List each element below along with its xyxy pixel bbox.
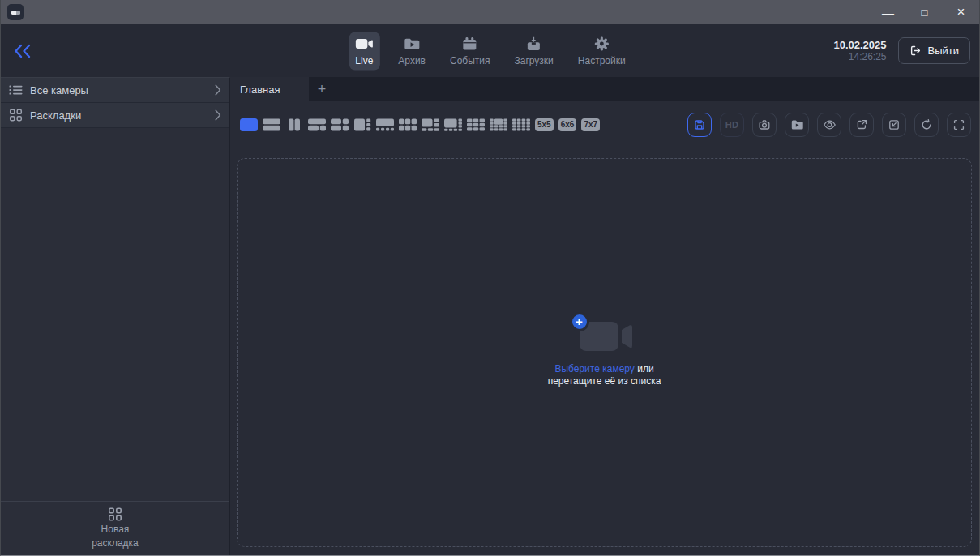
layout-option-3x2[interactable] [399,118,417,131]
nav-live[interactable]: Live [349,32,379,70]
chevron-right-icon [215,84,221,96]
layout-option-3x3[interactable] [467,118,485,131]
title-bar: — □ × [1,0,979,24]
layout-option-1-plus-5[interactable] [422,118,439,131]
select-camera-link[interactable]: Выберите камеру [554,363,634,374]
sidebar: Все камеры Раскладки [1,77,230,555]
time-label: 14:26:25 [833,51,886,63]
layouts-grid-icon [9,109,23,122]
refresh-button[interactable] [914,113,939,137]
maximize-button[interactable]: □ [906,0,943,24]
nav-live-label: Live [355,54,373,66]
empty-state: + Выберите камеру или перетащите её из с… [548,319,661,387]
nav-archive[interactable]: Архив [392,32,431,70]
collapse-sidebar-button[interactable] [13,41,37,62]
sidebar-item-layouts[interactable]: Раскладки [1,103,229,128]
toolbar: 5x5 6x6 7x7 HD [230,101,979,148]
main-panel: Главная + [230,77,979,555]
layout-option-2-horizontal[interactable] [263,118,280,131]
chevron-right-icon [215,109,221,121]
sidebar-layouts-label: Раскладки [30,109,208,122]
open-archive-button[interactable] [785,113,809,137]
viewport: + Выберите камеру или перетащите её из с… [230,148,979,555]
layout-option-1[interactable] [240,118,258,131]
save-icon [693,118,706,131]
sidebar-all-cameras-label: Все камеры [30,84,208,96]
new-layout-label-line2: раскладка [92,537,139,549]
layouts-grid-icon [108,507,122,521]
app-window: — □ × Live [0,0,980,556]
video-camera-placeholder-icon: + [570,319,640,356]
new-layout-label-line1: Новая [101,524,130,535]
view-actions: HD [687,113,971,137]
fullscreen-icon [952,118,965,131]
hd-label: HD [725,120,739,130]
fullscreen-button[interactable] [947,113,971,137]
layout-option-1-plus-4[interactable] [376,118,394,131]
save-layout-button[interactable] [687,113,712,137]
calendar-icon [461,36,478,51]
add-camera-button[interactable]: + [570,312,589,331]
collapse-view-button[interactable] [882,113,906,137]
camera-list-icon [9,83,23,96]
tab-bar: Главная + [230,77,979,101]
tab-main-label: Главная [240,83,280,96]
folder-play-icon [404,36,421,51]
app-logo-icon [7,4,24,20]
empty-state-line2: перетащите её из списка [548,375,661,387]
layout-option-2x2[interactable] [331,118,349,131]
photo-camera-icon [758,118,771,131]
logout-label: Выйти [928,45,960,57]
nav-archive-label: Архив [398,54,426,66]
refresh-icon [920,118,933,131]
sidebar-item-all-cameras[interactable]: Все камеры [1,78,229,103]
layout-option-6x6[interactable]: 6x6 [558,118,577,131]
eye-icon [823,118,837,131]
nav-settings-label: Настройки [578,54,626,66]
collapse-screen-icon [888,118,901,131]
datetime: 10.02.2025 14:26:25 [833,39,886,63]
camera-drop-zone[interactable]: + Выберите камеру или перетащите её из с… [237,158,972,547]
view-mode-button[interactable] [817,113,841,137]
layout-option-1-plus-12[interactable] [490,118,507,131]
layout-option-5x5[interactable]: 5x5 [535,118,554,131]
header: Live Архив [1,24,979,77]
logout-button[interactable]: Выйти [898,37,971,64]
date-label: 10.02.2025 [833,39,886,51]
nav-settings[interactable]: Настройки [572,32,631,70]
video-camera-icon [355,36,374,51]
double-chevron-left-icon [13,43,32,59]
export-button[interactable] [849,113,874,137]
layout-option-4x4[interactable] [512,118,530,131]
gear-icon [594,36,610,51]
close-button[interactable]: × [943,0,979,24]
hd-quality-button[interactable]: HD [720,113,744,137]
layout-option-1-plus-3[interactable] [353,118,371,131]
main-nav: Live Архив [349,32,631,70]
add-tab-button[interactable]: + [309,77,335,101]
share-export-icon [855,118,868,131]
header-right: 10.02.2025 14:26:25 Выйти [833,37,979,64]
layout-option-1-plus-7[interactable] [444,118,462,131]
tab-main[interactable]: Главная [230,77,309,101]
layout-picker: 5x5 6x6 7x7 [240,118,600,131]
logout-icon [909,45,922,57]
empty-state-after-link: или [635,363,654,374]
layout-option-2-vertical[interactable] [285,118,303,131]
empty-state-text: Выберите камеру или перетащите её из спи… [548,363,661,387]
folder-play-icon [790,118,803,131]
layout-option-7x7[interactable]: 7x7 [581,118,600,131]
sidebar-empty-area [1,128,229,501]
nav-events[interactable]: События [444,32,496,70]
layout-option-1-plus-2[interactable] [308,118,326,131]
download-box-icon [525,36,542,51]
nav-events-label: События [450,54,490,66]
nav-downloads[interactable]: Загрузки [509,32,559,70]
nav-downloads-label: Загрузки [515,54,554,66]
snapshot-button[interactable] [752,113,777,137]
new-layout-button[interactable]: Новая раскладка [1,501,229,555]
minimize-button[interactable]: — [870,0,906,24]
